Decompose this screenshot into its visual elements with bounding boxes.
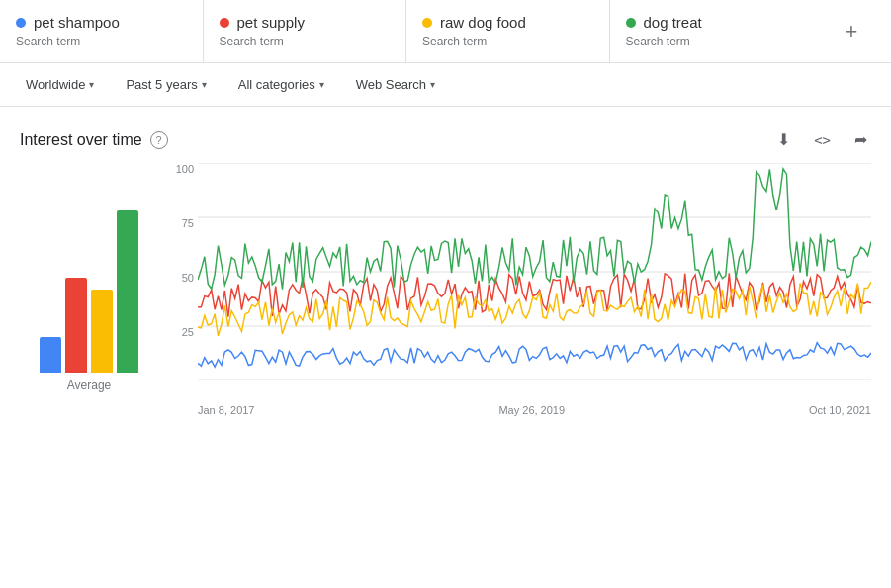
- download-button[interactable]: ⬇: [773, 126, 794, 153]
- line-chart-container: 100755025 Jan 8, 2017May 26, 2019Oct 10,…: [158, 163, 871, 420]
- bars-group: [40, 175, 138, 373]
- avg-label: Average: [67, 378, 111, 392]
- chart-header: Interest over time ? ⬇ <> ➦: [20, 126, 871, 153]
- chart-svg-wrapper: [198, 163, 871, 392]
- location-dropdown-arrow: ▾: [89, 79, 94, 90]
- y-label: 50: [158, 272, 198, 284]
- term-label-dog-treat: Search term: [626, 35, 797, 48]
- time-label: Past 5 years: [126, 77, 197, 92]
- trend-chart: [198, 163, 871, 380]
- chart-title: Interest over time: [20, 131, 142, 149]
- term-name-raw-dog-food: raw dog food: [440, 14, 526, 31]
- term-dot-raw-dog-food: [422, 18, 432, 28]
- location-filter[interactable]: Worldwide ▾: [20, 73, 100, 96]
- chart-title-group: Interest over time ?: [20, 131, 168, 149]
- chart-area: Average 100755025 Jan 8, 2017May 26, 201…: [20, 163, 871, 420]
- x-label: Jan 8, 2017: [198, 404, 255, 416]
- add-term-button[interactable]: +: [812, 0, 891, 62]
- category-filter[interactable]: All categories ▾: [232, 73, 330, 96]
- avg-bar-0: [40, 337, 61, 373]
- chart-section: Interest over time ? ⬇ <> ➦ Average 1007…: [0, 107, 891, 420]
- share-button[interactable]: ➦: [850, 126, 871, 153]
- embed-icon: <>: [814, 132, 831, 148]
- filters-bar: Worldwide ▾ Past 5 years ▾ All categorie…: [0, 63, 891, 107]
- time-dropdown-arrow: ▾: [202, 79, 207, 90]
- search-type-label: Web Search: [356, 77, 426, 92]
- y-label: 25: [158, 326, 198, 338]
- avg-bar-3: [117, 210, 138, 373]
- search-term-raw-dog-food[interactable]: raw dog food Search term: [406, 0, 610, 62]
- embed-button[interactable]: <>: [810, 127, 835, 153]
- search-term-dog-treat[interactable]: dog treat Search term: [610, 0, 813, 62]
- term-label-raw-dog-food: Search term: [422, 35, 593, 48]
- term-name-dog-treat: dog treat: [644, 14, 702, 31]
- search-type-dropdown-arrow: ▾: [430, 79, 435, 90]
- search-term-pet-supply[interactable]: pet supply Search term: [204, 0, 407, 62]
- term-dot-pet-shampoo: [16, 18, 26, 28]
- term-label-pet-shampoo: Search term: [16, 35, 187, 48]
- avg-bar-2: [91, 290, 113, 373]
- pet-shampoo-line: [198, 343, 871, 368]
- avg-bar-1: [65, 278, 87, 373]
- download-icon: ⬇: [777, 131, 790, 148]
- term-label-pet-supply: Search term: [220, 35, 391, 48]
- term-dot-pet-supply: [220, 18, 229, 28]
- pet-supply-line: [198, 273, 871, 316]
- x-axis: Jan 8, 2017May 26, 2019Oct 10, 2021: [198, 404, 871, 416]
- y-label: 100: [158, 163, 198, 175]
- category-dropdown-arrow: ▾: [319, 79, 324, 90]
- chart-actions: ⬇ <> ➦: [773, 126, 871, 153]
- search-type-filter[interactable]: Web Search ▾: [350, 73, 441, 96]
- search-terms-bar: pet shampoo Search term pet supply Searc…: [0, 0, 891, 63]
- share-icon: ➦: [854, 131, 867, 148]
- term-name-pet-supply: pet supply: [237, 14, 305, 31]
- avg-bar-container: Average: [20, 163, 158, 420]
- term-name-pet-shampoo: pet shampoo: [34, 14, 120, 31]
- y-axis: 100755025: [158, 163, 198, 380]
- location-label: Worldwide: [26, 77, 85, 92]
- dog-treat-line: [198, 169, 871, 290]
- x-label: Oct 10, 2021: [809, 404, 871, 416]
- search-term-pet-shampoo[interactable]: pet shampoo Search term: [0, 0, 204, 62]
- time-filter[interactable]: Past 5 years ▾: [120, 73, 212, 96]
- x-label: May 26, 2019: [498, 404, 565, 416]
- y-label: 75: [158, 217, 198, 229]
- category-label: All categories: [238, 77, 315, 92]
- raw-dog-food-line: [198, 282, 871, 336]
- term-dot-dog-treat: [626, 18, 636, 28]
- help-icon[interactable]: ?: [150, 131, 168, 149]
